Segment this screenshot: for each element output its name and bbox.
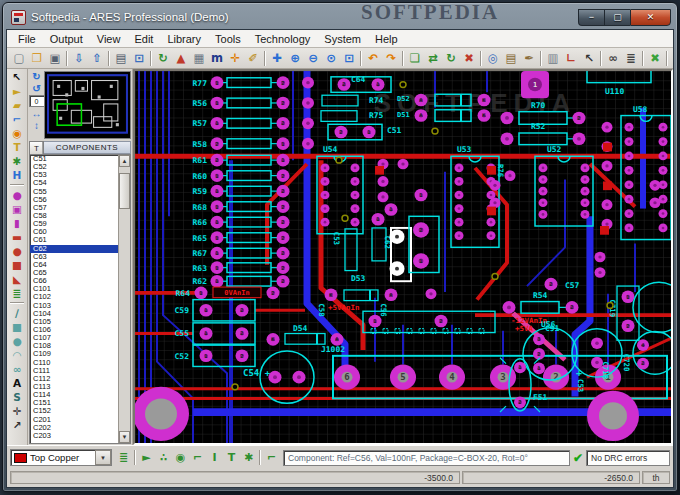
canvas-item-vlabel[interactable]: C53 [332,232,341,245]
package-mode-icon[interactable]: ▰ [8,98,26,112]
menu-item-technology[interactable]: Technology [248,32,318,46]
chevron-down-icon[interactable]: ▼ [95,450,111,465]
place-text-icon[interactable]: T [223,450,240,466]
pan-icon[interactable]: ✚ [268,50,286,67]
canvas-item-vlabel[interactable]: C56 [379,304,388,318]
place-via-icon[interactable]: ◉ [172,450,189,466]
redo-icon[interactable]: ↷ [382,50,400,67]
verify-packaging-icon[interactable]: ✒ [520,50,538,67]
dil-pad-icon[interactable]: ▮ [8,216,26,230]
box-2d-icon[interactable]: ■ [8,320,26,334]
round-pad-icon[interactable]: ● [8,188,26,202]
highlight-mode-icon[interactable]: H [8,168,26,182]
component-mode-icon[interactable]: ► [8,84,26,98]
toggle-x-cursor-icon[interactable]: ✐ [244,50,262,67]
angle-box[interactable]: 0 [29,95,45,107]
scroll-up-arrow[interactable]: ▲ [119,155,130,167]
canvas-item-pad[interactable]: 2 [435,315,448,328]
menu-item-help[interactable]: Help [368,32,405,46]
via-mode-icon[interactable]: ◉ [8,126,26,140]
block-rotate-icon[interactable]: ↻ [442,50,460,67]
make-package-icon[interactable]: ▤ [502,50,520,67]
maximize-button[interactable]: ▢ [604,9,630,26]
menu-item-view[interactable]: View [90,32,128,46]
zoom-area-icon[interactable]: ⊡ [340,50,358,67]
canvas-item-pad[interactable]: 1 [372,213,385,226]
block-move-icon[interactable]: ⇄ [424,50,442,67]
mark-output-area-icon[interactable]: ⊡ [130,50,148,67]
canvas-item-vlabel[interactable]: C53 [576,379,585,392]
template-icon[interactable]: ▥ [544,50,562,67]
arc-2d-icon[interactable]: ◠ [8,348,26,362]
track-mode-icon[interactable]: ⌐ [8,112,26,126]
undo-icon[interactable]: ↶ [364,50,382,67]
rotate-cw-icon[interactable]: ↻ [30,71,44,82]
rotate-ccw-icon[interactable]: ↺ [30,83,44,94]
zoom-out-icon[interactable]: ⊖ [304,50,322,67]
zoom-all-icon[interactable]: ⊙ [322,50,340,67]
canvas-item-pad[interactable]: 1 [195,287,208,300]
dimension-2d-icon[interactable]: ↗ [8,418,26,432]
path-2d-icon[interactable]: ∞ [8,362,26,376]
canvas-item-hole[interactable] [135,387,189,441]
component-list-item[interactable]: C203 [30,432,118,440]
minimize-button[interactable]: − [578,9,604,26]
auto-router-icon[interactable]: ⇄ [670,50,673,67]
new-document-icon[interactable]: ▢ [10,50,28,67]
menu-item-library[interactable]: Library [160,32,208,46]
toggle-false-origin-icon[interactable]: ✛ [226,50,244,67]
smt-rect-pad-icon[interactable]: ▬ [8,230,26,244]
design-explorer-icon[interactable]: ≣ [622,50,640,67]
scroll-down-arrow[interactable]: ▼ [119,431,130,443]
canvas-item-vlabel[interactable]: C58 [317,304,326,317]
place-track-icon[interactable]: ⌐ [189,450,206,466]
line-2d-icon[interactable]: ∕ [8,306,26,320]
zoom-in-icon[interactable]: ⊕ [286,50,304,67]
canvas-item-vlabel[interactable]: C720 [622,354,631,371]
menu-item-tools[interactable]: Tools [208,32,248,46]
canvas-item-vlabel[interactable]: R76 [496,164,505,178]
close-button[interactable]: ✕ [630,9,671,26]
toggle-grid-icon[interactable]: ▦ [190,50,208,67]
text-2d-icon[interactable]: A [8,376,26,390]
mirror-vertical-icon[interactable]: ↕ [30,120,44,131]
export-region-icon[interactable]: ⇧ [88,50,106,67]
import-region-icon[interactable]: ⇩ [70,50,88,67]
layer-selector[interactable]: Top Copper ▼ [10,449,112,466]
symbol-2d-icon[interactable]: S [8,390,26,404]
canvas-item-label[interactable]: C54 + [243,368,271,378]
canvas-item-pad[interactable] [269,371,282,384]
scroll-thumb[interactable] [119,173,130,209]
instant-edit-icon[interactable]: I [206,450,223,466]
canvas-item-pad[interactable] [293,371,306,384]
layer-stack-icon[interactable]: ≣ [115,450,132,466]
mirror-horizontal-icon[interactable]: ↔ [30,108,44,119]
smt-circle-pad-icon[interactable]: ● [8,244,26,258]
snap-cursor-icon[interactable]: ↖ [580,50,598,67]
canvas-item-redlabel[interactable]: +5VA [515,324,534,333]
selection-tool-icon[interactable]: ↖ [8,70,26,84]
canvas-item-redbox[interactable]: 0VAnIn [213,287,261,298]
block-delete-icon[interactable]: ✖ [460,50,478,67]
canvas-item-vlabel[interactable]: C718 [601,362,610,379]
search-and-tag-icon[interactable]: ∞ [604,50,622,67]
open-document-icon[interactable]: ❐ [28,50,46,67]
marker-2d-icon[interactable]: ✛ [8,404,26,418]
canvas-item-redlabel[interactable]: +5VAnIn [328,303,360,312]
canvas-item-pad[interactable]: 2 [545,278,558,291]
smt-square-pad-icon[interactable]: ■ [8,258,26,272]
smt-polygon-pad-icon[interactable]: ◣ [8,272,26,286]
menu-item-edit[interactable]: Edit [127,32,160,46]
place-component-icon[interactable]: ► [138,450,155,466]
print-icon[interactable]: ▤ [112,50,130,67]
pcb-canvas[interactable]: SOFTPEDIAR7712R5612R5712R5821R6121R6012R… [135,71,671,443]
pad-stack-icon[interactable]: ≣ [8,286,26,300]
flip-layers-icon[interactable]: ▲ [172,50,190,67]
place-ratsnest-icon[interactable]: ✱ [240,450,257,466]
canvas-item-pad[interactable]: 1 [385,203,398,216]
canvas-item-pad[interactable]: 1 [415,189,428,202]
route-track-icon[interactable]: ⌐ [263,450,280,466]
canvas-item-label[interactable]: + [576,367,582,378]
zone-mode-icon[interactable]: T [8,140,26,154]
ratsnest-recalc-icon[interactable]: ✖ [646,50,664,67]
